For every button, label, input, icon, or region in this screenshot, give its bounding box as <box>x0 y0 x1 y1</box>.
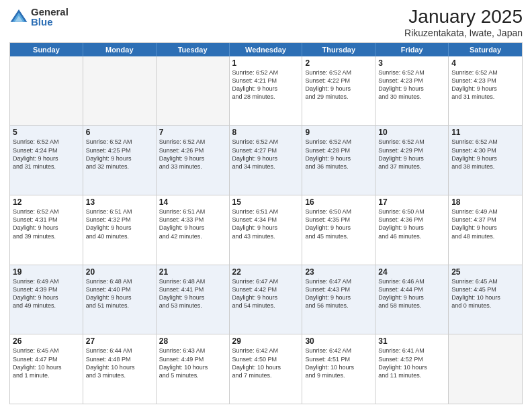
day-cell-19: 19Sunrise: 6:49 AM Sunset: 4:39 PM Dayli… <box>10 265 83 334</box>
day-number: 6 <box>86 128 153 137</box>
day-detail: Sunrise: 6:52 AM Sunset: 4:31 PM Dayligh… <box>13 208 80 240</box>
day-number: 4 <box>451 58 519 68</box>
calendar-row-1: 5Sunrise: 6:52 AM Sunset: 4:24 PM Daylig… <box>10 125 522 195</box>
day-number: 31 <box>378 336 445 346</box>
logo-text: General Blue <box>31 7 69 27</box>
day-detail: Sunrise: 6:44 AM Sunset: 4:48 PM Dayligh… <box>86 347 153 379</box>
empty-cell <box>83 56 157 126</box>
day-detail: Sunrise: 6:43 AM Sunset: 4:49 PM Dayligh… <box>159 347 226 379</box>
day-detail: Sunrise: 6:51 AM Sunset: 4:34 PM Dayligh… <box>232 208 300 240</box>
day-cell-21: 21Sunrise: 6:48 AM Sunset: 4:41 PM Dayli… <box>157 265 230 334</box>
day-cell-5: 5Sunrise: 6:52 AM Sunset: 4:24 PM Daylig… <box>10 126 83 195</box>
day-number: 23 <box>305 267 372 277</box>
day-cell-6: 6Sunrise: 6:52 AM Sunset: 4:25 PM Daylig… <box>83 126 157 195</box>
day-detail: Sunrise: 6:52 AM Sunset: 4:25 PM Dayligh… <box>86 138 153 171</box>
day-detail: Sunrise: 6:48 AM Sunset: 4:40 PM Dayligh… <box>86 277 153 310</box>
logo: General Blue <box>9 7 69 27</box>
day-detail: Sunrise: 6:49 AM Sunset: 4:39 PM Dayligh… <box>13 277 80 310</box>
day-detail: Sunrise: 6:52 AM Sunset: 4:27 PM Dayligh… <box>232 138 300 171</box>
day-number: 14 <box>159 197 226 207</box>
day-cell-25: 25Sunrise: 6:45 AM Sunset: 4:45 PM Dayli… <box>449 265 522 334</box>
day-number: 5 <box>13 128 80 137</box>
day-detail: Sunrise: 6:52 AM Sunset: 4:26 PM Dayligh… <box>159 138 226 171</box>
day-detail: Sunrise: 6:52 AM Sunset: 4:23 PM Dayligh… <box>451 68 519 101</box>
day-detail: Sunrise: 6:52 AM Sunset: 4:23 PM Dayligh… <box>378 68 445 101</box>
day-detail: Sunrise: 6:41 AM Sunset: 4:52 PM Dayligh… <box>378 347 445 379</box>
day-number: 10 <box>378 128 445 137</box>
day-detail: Sunrise: 6:51 AM Sunset: 4:33 PM Dayligh… <box>159 208 226 240</box>
day-detail: Sunrise: 6:42 AM Sunset: 4:51 PM Dayligh… <box>305 347 372 379</box>
day-number: 19 <box>13 267 80 277</box>
day-cell-10: 10Sunrise: 6:52 AM Sunset: 4:29 PM Dayli… <box>375 126 449 195</box>
day-cell-14: 14Sunrise: 6:51 AM Sunset: 4:33 PM Dayli… <box>157 195 230 265</box>
empty-cell <box>449 334 522 404</box>
calendar-header: SundayMondayTuesdayWednesdayThursdayFrid… <box>10 43 522 56</box>
day-number: 21 <box>159 267 226 277</box>
day-number: 2 <box>305 58 372 68</box>
calendar: SundayMondayTuesdayWednesdayThursdayFrid… <box>9 42 523 404</box>
day-number: 3 <box>378 58 445 68</box>
day-cell-12: 12Sunrise: 6:52 AM Sunset: 4:31 PM Dayli… <box>10 195 83 265</box>
day-cell-4: 4Sunrise: 6:52 AM Sunset: 4:23 PM Daylig… <box>449 56 522 126</box>
day-detail: Sunrise: 6:52 AM Sunset: 4:21 PM Dayligh… <box>232 68 300 101</box>
day-number: 17 <box>378 197 445 207</box>
title-block: January 2025 Rikuzentakata, Iwate, Japan <box>404 7 523 38</box>
day-cell-22: 22Sunrise: 6:47 AM Sunset: 4:42 PM Dayli… <box>230 265 303 334</box>
day-number: 1 <box>232 58 300 68</box>
calendar-row-4: 26Sunrise: 6:45 AM Sunset: 4:47 PM Dayli… <box>10 334 522 404</box>
day-cell-28: 28Sunrise: 6:43 AM Sunset: 4:49 PM Dayli… <box>157 334 230 404</box>
day-of-week-tuesday: Tuesday <box>157 43 230 56</box>
day-number: 8 <box>232 128 300 137</box>
calendar-row-0: 1Sunrise: 6:52 AM Sunset: 4:21 PM Daylig… <box>10 56 522 126</box>
calendar-title: January 2025 <box>404 7 523 28</box>
day-number: 26 <box>13 336 80 346</box>
day-cell-9: 9Sunrise: 6:52 AM Sunset: 4:28 PM Daylig… <box>302 126 375 195</box>
day-of-week-saturday: Saturday <box>449 43 522 56</box>
day-detail: Sunrise: 6:51 AM Sunset: 4:32 PM Dayligh… <box>86 208 153 240</box>
day-number: 24 <box>378 267 445 277</box>
day-detail: Sunrise: 6:50 AM Sunset: 4:36 PM Dayligh… <box>378 208 445 240</box>
empty-cell <box>10 56 83 126</box>
day-number: 30 <box>305 336 372 346</box>
day-number: 28 <box>159 336 226 346</box>
day-of-week-sunday: Sunday <box>10 43 83 56</box>
empty-cell <box>157 56 230 126</box>
day-detail: Sunrise: 6:52 AM Sunset: 4:30 PM Dayligh… <box>451 138 519 171</box>
day-cell-31: 31Sunrise: 6:41 AM Sunset: 4:52 PM Dayli… <box>375 334 449 404</box>
day-number: 16 <box>305 197 372 207</box>
day-number: 27 <box>86 336 153 346</box>
day-cell-20: 20Sunrise: 6:48 AM Sunset: 4:40 PM Dayli… <box>83 265 157 334</box>
day-number: 20 <box>86 267 153 277</box>
day-detail: Sunrise: 6:52 AM Sunset: 4:29 PM Dayligh… <box>378 138 445 171</box>
logo-icon <box>9 7 28 26</box>
day-detail: Sunrise: 6:42 AM Sunset: 4:50 PM Dayligh… <box>232 347 300 379</box>
day-cell-18: 18Sunrise: 6:49 AM Sunset: 4:37 PM Dayli… <box>449 195 522 265</box>
day-cell-29: 29Sunrise: 6:42 AM Sunset: 4:50 PM Dayli… <box>230 334 303 404</box>
day-detail: Sunrise: 6:50 AM Sunset: 4:35 PM Dayligh… <box>305 208 372 240</box>
day-number: 9 <box>305 128 372 137</box>
day-detail: Sunrise: 6:52 AM Sunset: 4:28 PM Dayligh… <box>305 138 372 171</box>
logo-general-text: General <box>31 7 69 17</box>
day-number: 18 <box>451 197 519 207</box>
logo-blue-text: Blue <box>31 17 69 27</box>
day-cell-17: 17Sunrise: 6:50 AM Sunset: 4:36 PM Dayli… <box>375 195 449 265</box>
header: General Blue January 2025 Rikuzentakata,… <box>9 7 523 38</box>
day-detail: Sunrise: 6:45 AM Sunset: 4:47 PM Dayligh… <box>13 347 80 379</box>
page: General Blue January 2025 Rikuzentakata,… <box>0 0 532 411</box>
day-cell-26: 26Sunrise: 6:45 AM Sunset: 4:47 PM Dayli… <box>10 334 83 404</box>
day-of-week-monday: Monday <box>83 43 157 56</box>
day-of-week-thursday: Thursday <box>302 43 375 56</box>
day-cell-23: 23Sunrise: 6:47 AM Sunset: 4:43 PM Dayli… <box>302 265 375 334</box>
day-number: 12 <box>13 197 80 207</box>
day-cell-8: 8Sunrise: 6:52 AM Sunset: 4:27 PM Daylig… <box>230 126 303 195</box>
day-cell-7: 7Sunrise: 6:52 AM Sunset: 4:26 PM Daylig… <box>157 126 230 195</box>
day-detail: Sunrise: 6:52 AM Sunset: 4:22 PM Dayligh… <box>305 68 372 101</box>
day-cell-1: 1Sunrise: 6:52 AM Sunset: 4:21 PM Daylig… <box>230 56 303 126</box>
day-cell-13: 13Sunrise: 6:51 AM Sunset: 4:32 PM Dayli… <box>83 195 157 265</box>
day-number: 22 <box>232 267 300 277</box>
day-detail: Sunrise: 6:47 AM Sunset: 4:43 PM Dayligh… <box>305 277 372 310</box>
day-detail: Sunrise: 6:45 AM Sunset: 4:45 PM Dayligh… <box>451 277 519 310</box>
day-cell-2: 2Sunrise: 6:52 AM Sunset: 4:22 PM Daylig… <box>302 56 375 126</box>
day-number: 11 <box>451 128 519 137</box>
day-cell-30: 30Sunrise: 6:42 AM Sunset: 4:51 PM Dayli… <box>302 334 375 404</box>
